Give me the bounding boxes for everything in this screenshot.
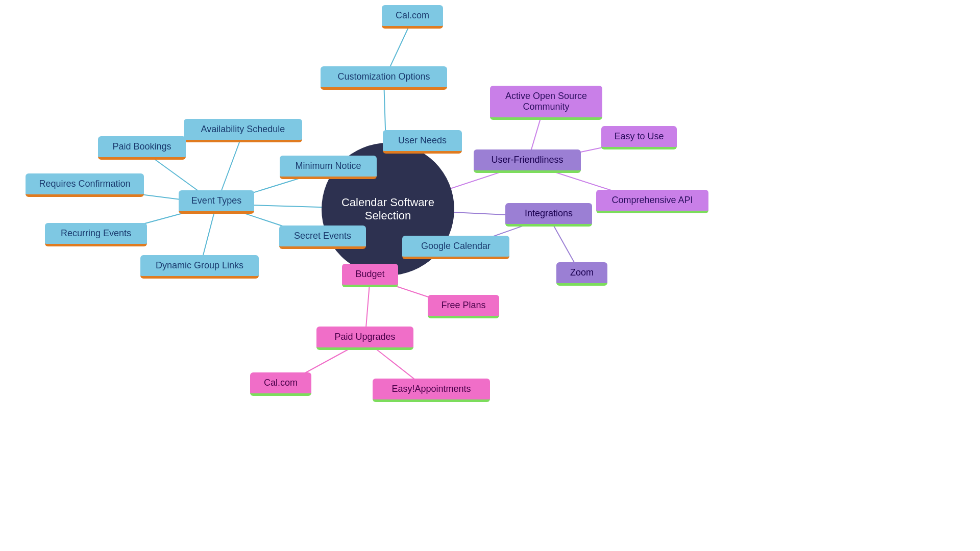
budget-node: Budget	[342, 264, 398, 287]
cal-com-bottom-node: Cal.com	[250, 372, 311, 396]
free-plans-node: Free Plans	[428, 295, 499, 318]
recurring-events-node: Recurring Events	[45, 223, 147, 246]
zoom-node: Zoom	[556, 262, 607, 286]
paid-bookings-node: Paid Bookings	[98, 136, 186, 160]
user-friendliness-node: User-Friendliness	[474, 149, 581, 173]
integrations-node: Integrations	[505, 203, 592, 227]
easy-to-use-node: Easy to Use	[601, 126, 677, 149]
user-needs-node: User Needs	[383, 130, 462, 154]
secret-events-node: Secret Events	[279, 226, 366, 249]
event-types-node: Event Types	[179, 190, 254, 214]
paid-upgrades-node: Paid Upgrades	[316, 327, 413, 350]
requires-confirmation-node: Requires Confirmation	[26, 173, 144, 197]
active-open-source-node: Active Open Source Community	[490, 86, 602, 120]
dynamic-group-links-node: Dynamic Group Links	[140, 255, 259, 279]
comprehensive-api-node: Comprehensive API	[596, 190, 708, 213]
customization-options-node: Customization Options	[321, 66, 447, 90]
easy-appointments-node: Easy!Appointments	[373, 379, 490, 402]
availability-schedule-node: Availability Schedule	[184, 119, 302, 142]
center-label: Calendar Software Selection	[322, 196, 454, 222]
google-calendar-node: Google Calendar	[402, 236, 509, 259]
cal-com-top-node: Cal.com	[382, 5, 443, 29]
minimum-notice-node: Minimum Notice	[280, 156, 377, 179]
